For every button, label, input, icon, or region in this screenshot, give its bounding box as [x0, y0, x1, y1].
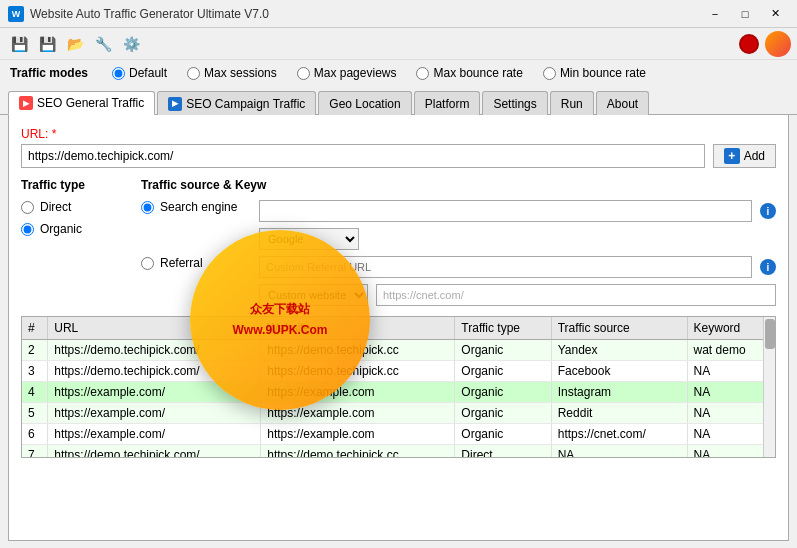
- table-row[interactable]: 7https://demo.techipick.com/https://demo…: [22, 445, 775, 458]
- col-num: #: [22, 317, 48, 340]
- traffic-type-organic[interactable]: Organic: [21, 222, 121, 236]
- table-row[interactable]: 2https://demo.techipick.com/https://demo…: [22, 340, 775, 361]
- seo-general-tab-icon: ▶: [19, 96, 33, 110]
- cell-4: Reddit: [551, 403, 687, 424]
- traffic-type-section: Traffic type Direct Organic: [21, 178, 121, 306]
- cell-0: 3: [22, 361, 48, 382]
- table-row[interactable]: 5https://example.com/https://example.com…: [22, 403, 775, 424]
- keyword-input[interactable]: [259, 200, 752, 222]
- cell-4: NA: [551, 445, 687, 458]
- tab-platform-label: Platform: [425, 97, 470, 111]
- tab-geo-location-label: Geo Location: [329, 97, 400, 111]
- tab-seo-general[interactable]: ▶ SEO General Traffic: [8, 91, 155, 115]
- cell-4: Facebook: [551, 361, 687, 382]
- cell-1: https://demo.techipick.com/: [48, 340, 261, 361]
- search-engine-row: Search engine i: [141, 200, 776, 222]
- add-button-label: Add: [744, 149, 765, 163]
- cell-3: Organic: [455, 382, 551, 403]
- traffic-modes-bar: Traffic modes Default Max sessions Max p…: [0, 60, 797, 86]
- tab-about-label: About: [607, 97, 638, 111]
- referral-custom-url[interactable]: [376, 284, 776, 306]
- referral-info-button[interactable]: i: [760, 259, 776, 275]
- mode-max-sessions[interactable]: Max sessions: [187, 66, 277, 80]
- cell-0: 4: [22, 382, 48, 403]
- cell-3: Organic: [455, 403, 551, 424]
- tab-settings-label: Settings: [493, 97, 536, 111]
- tab-run[interactable]: Run: [550, 91, 594, 115]
- url-input[interactable]: [21, 144, 705, 168]
- record-indicator: [739, 34, 759, 54]
- save2-button[interactable]: 💾: [34, 32, 60, 56]
- mode-max-bounce[interactable]: Max bounce rate: [416, 66, 522, 80]
- cell-2: https://example.com: [261, 403, 455, 424]
- cell-1: https://example.com/: [48, 382, 261, 403]
- cell-2: https://example.com: [261, 424, 455, 445]
- tab-seo-general-label: SEO General Traffic: [37, 96, 144, 110]
- search-engine-select-row: Google Bing Yahoo Yandex: [141, 228, 776, 250]
- keyword-info-button[interactable]: i: [760, 203, 776, 219]
- direct-label: Direct: [40, 200, 71, 214]
- source-search-engine[interactable]: Search engine: [141, 200, 251, 214]
- search-engine-label: Search engine: [160, 200, 237, 214]
- table-scroll-wrap: # URL Website Traffic type Traffic sourc…: [22, 317, 775, 457]
- cell-5: wat demo: [687, 340, 774, 361]
- cell-2: https://demo.techipick.cc: [261, 361, 455, 382]
- scrollbar-thumb: [765, 319, 775, 349]
- minimize-button[interactable]: −: [701, 4, 729, 24]
- mode-default[interactable]: Default: [112, 66, 167, 80]
- add-button[interactable]: + Add: [713, 144, 776, 168]
- window-controls: − □ ✕: [701, 4, 789, 24]
- cell-3: Organic: [455, 424, 551, 445]
- close-button[interactable]: ✕: [761, 4, 789, 24]
- cell-5: NA: [687, 424, 774, 445]
- referral-url-input[interactable]: [259, 256, 752, 278]
- tab-platform[interactable]: Platform: [414, 91, 481, 115]
- table-row[interactable]: 3https://demo.techipick.com/https://demo…: [22, 361, 775, 382]
- traffic-type-label: Traffic type: [21, 178, 121, 192]
- url-row: URL: * + Add: [21, 127, 776, 168]
- form-row: Traffic type Direct Organic Traffic sour…: [21, 178, 776, 306]
- table-scrollbar[interactable]: [763, 317, 775, 457]
- tab-about[interactable]: About: [596, 91, 649, 115]
- cell-1: https://demo.techipick.com/: [48, 445, 261, 458]
- add-icon: +: [724, 148, 740, 164]
- traffic-modes-label: Traffic modes: [10, 66, 88, 80]
- cell-4: https://cnet.com/: [551, 424, 687, 445]
- table-row[interactable]: 6https://example.com/https://example.com…: [22, 424, 775, 445]
- col-keyword: Keyword: [687, 317, 774, 340]
- tab-seo-campaign-label: SEO Campaign Traffic: [186, 97, 305, 111]
- mode-min-bounce[interactable]: Min bounce rate: [543, 66, 646, 80]
- settings-toolbar-button[interactable]: ⚙️: [118, 32, 144, 56]
- source-inner: Search engine i Google Bing Yahoo Yandex: [141, 200, 776, 306]
- traffic-source-label: Traffic source & Keyw: [141, 178, 776, 192]
- col-website: Website: [261, 317, 455, 340]
- table-row[interactable]: 4https://example.com/https://example.com…: [22, 382, 775, 403]
- col-traffic-type: Traffic type: [455, 317, 551, 340]
- tab-seo-campaign[interactable]: ▶ SEO Campaign Traffic: [157, 91, 316, 115]
- referral-select-row: Custom website Facebook Twitter: [141, 284, 776, 306]
- open-button[interactable]: 📂: [62, 32, 88, 56]
- mode-max-pageviews[interactable]: Max pageviews: [297, 66, 397, 80]
- cell-2: https://example.com: [261, 382, 455, 403]
- data-table: # URL Website Traffic type Traffic sourc…: [22, 317, 775, 457]
- cell-1: https://demo.techipick.com/: [48, 361, 261, 382]
- maximize-button[interactable]: □: [731, 4, 759, 24]
- col-traffic-source: Traffic source: [551, 317, 687, 340]
- tab-settings[interactable]: Settings: [482, 91, 547, 115]
- cell-2: https://demo.techipick.cc: [261, 445, 455, 458]
- source-referral[interactable]: Referral: [141, 256, 251, 270]
- traffic-type-direct[interactable]: Direct: [21, 200, 121, 214]
- traffic-source-section: Traffic source & Keyw Search engine i: [141, 178, 776, 306]
- cell-0: 7: [22, 445, 48, 458]
- tab-geo-location[interactable]: Geo Location: [318, 91, 411, 115]
- main-content: URL: * + Add Traffic type Direct Organic: [8, 115, 789, 541]
- title-bar: W Website Auto Traffic Generator Ultimat…: [0, 0, 797, 28]
- cell-0: 5: [22, 403, 48, 424]
- save-button[interactable]: 💾: [6, 32, 32, 56]
- browser-icon: [765, 31, 791, 57]
- referral-website-select[interactable]: Custom website Facebook Twitter: [259, 284, 368, 306]
- tools-button[interactable]: 🔧: [90, 32, 116, 56]
- cell-5: NA: [687, 382, 774, 403]
- search-engine-select[interactable]: Google Bing Yahoo Yandex: [259, 228, 359, 250]
- tab-run-label: Run: [561, 97, 583, 111]
